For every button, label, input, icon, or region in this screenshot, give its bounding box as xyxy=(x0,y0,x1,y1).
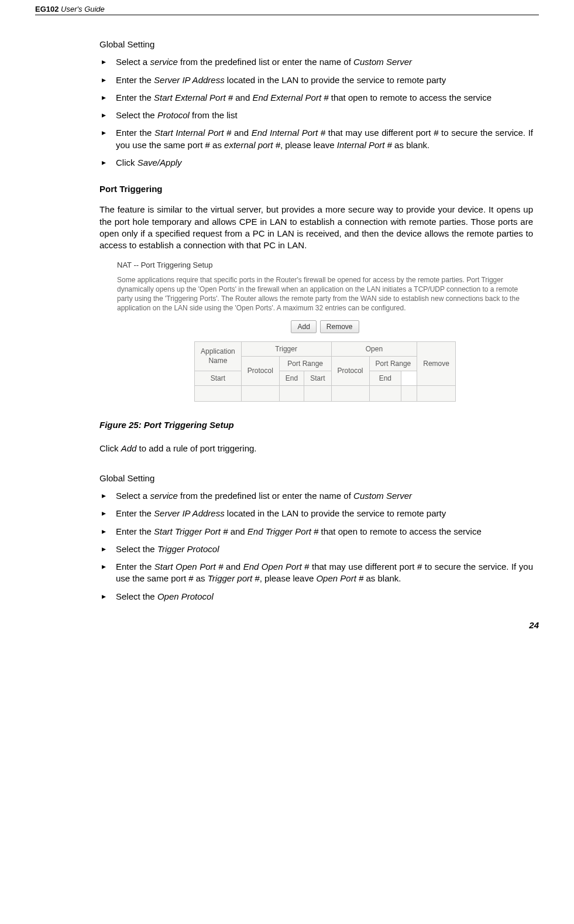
figure-caption: Figure 25: Port Triggering Setup xyxy=(99,419,533,431)
col-trigger-start: Start xyxy=(195,371,242,385)
list-item: Enter the Start External Port # and End … xyxy=(99,92,533,104)
global-setting-1-title: Global Setting xyxy=(99,39,533,50)
port-triggering-title: Port Triggering xyxy=(99,183,533,195)
global-setting-1-list: Select a service from the predefined lis… xyxy=(99,56,533,169)
col-trigger-end: End xyxy=(279,371,304,385)
list-item: Enter the Start Internal Port # and End … xyxy=(99,127,533,151)
col-open-protocol: Protocol xyxy=(331,356,369,385)
col-open-end: End xyxy=(369,371,401,385)
embed-desc: Some applications require that specific … xyxy=(117,275,533,313)
content-area: Global Setting Select a service from the… xyxy=(99,39,533,603)
page: EG102 User's Guide Global Setting Select… xyxy=(0,0,574,642)
port-triggering-screenshot: NAT -- Port Triggering Setup Some applic… xyxy=(117,260,533,402)
list-item: Enter the Server IP Address located in t… xyxy=(99,508,533,519)
col-name-label: Name xyxy=(201,356,235,365)
col-remove: Remove xyxy=(417,341,456,386)
remove-button[interactable]: Remove xyxy=(320,320,359,333)
embed-title: NAT -- Port Triggering Setup xyxy=(117,260,533,271)
embed-button-row: Add Remove xyxy=(238,320,413,333)
list-item: Enter the Server IP Address located in t… xyxy=(99,74,533,86)
col-app-label: Application xyxy=(201,347,235,356)
page-header: EG102 User's Guide xyxy=(35,0,539,15)
table-row xyxy=(195,386,456,402)
col-open-portrange: Port Range xyxy=(369,356,417,371)
list-item: Select the Protocol from the list xyxy=(99,109,533,121)
global-setting-2-title: Global Setting xyxy=(99,473,533,484)
list-item: Select the Trigger Protocol xyxy=(99,543,533,555)
global-setting-2-list: Select a service from the predefined lis… xyxy=(99,490,533,603)
list-item: Click Save/Apply xyxy=(99,157,533,169)
list-item: Select a service from the predefined lis… xyxy=(99,56,533,68)
col-trigger-protocol: Protocol xyxy=(241,356,279,385)
list-item: Select a service from the predefined lis… xyxy=(99,490,533,502)
port-trigger-table: Application Name Trigger Open Remove Pro… xyxy=(194,341,456,402)
list-item: Select the Open Protocol xyxy=(99,591,533,603)
page-number: 24 xyxy=(35,620,539,630)
header-suffix: User's Guide xyxy=(59,5,104,13)
list-item: Enter the Start Open Port # and End Open… xyxy=(99,561,533,585)
col-trigger: Trigger xyxy=(241,341,331,356)
click-add-text: Click Add to add a rule of port triggeri… xyxy=(99,443,533,454)
port-triggering-desc: The feature is similar to the virtual se… xyxy=(99,204,533,251)
col-trigger-portrange: Port Range xyxy=(279,356,331,371)
list-item: Enter the Start Trigger Port # and End T… xyxy=(99,526,533,538)
add-button[interactable]: Add xyxy=(291,320,316,333)
col-open-start: Start xyxy=(304,371,331,385)
col-open: Open xyxy=(331,341,417,356)
header-model: EG102 xyxy=(35,5,59,13)
col-application: Application Name xyxy=(195,341,242,371)
